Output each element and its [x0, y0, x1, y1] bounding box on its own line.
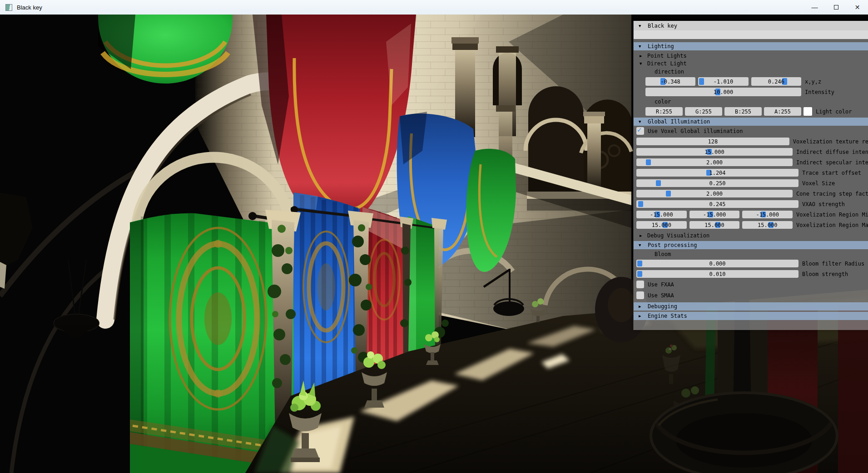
direction-x-slider[interactable]: -0.348 — [645, 77, 695, 86]
color-g-button[interactable]: G:255 — [685, 107, 722, 116]
fxaa-checkbox[interactable] — [636, 281, 644, 288]
expand-triangle-icon: ▶ — [639, 304, 644, 309]
axis-label: x,y,z — [805, 79, 821, 85]
window-controls: — ✕ — [804, 0, 868, 15]
gi-row-cone-step: 2.000 Cone tracing step fact — [634, 190, 868, 197]
section-header-engine-stats[interactable]: ▶ Engine Stats — [634, 312, 868, 320]
section-header-debugging[interactable]: ▶ Debugging — [634, 302, 868, 310]
bloom-radius-slider[interactable]: 0.000 — [636, 260, 799, 267]
color-a-button[interactable]: A:255 — [764, 107, 801, 116]
bloom-radius-row: 0.000 Bloom filter Radius — [634, 260, 868, 267]
slider-handle[interactable] — [637, 271, 642, 277]
window-title: Black key — [17, 4, 42, 11]
vxao-strength-slider[interactable]: 0.245 — [636, 200, 799, 208]
gi-row-trace-offset: 1.204 Trace start offset — [634, 169, 868, 177]
smaa-checkbox[interactable] — [636, 291, 644, 299]
voxel-gi-checkbox[interactable]: ✓ — [636, 127, 644, 135]
region-min-y-slider[interactable]: -15.000 — [689, 211, 740, 218]
app-window: Black key — ✕ — [0, 0, 868, 473]
collapse-triangle-icon: ▼ — [639, 119, 644, 124]
bloom-label: Bloom — [655, 251, 868, 258]
tree-item-debug-visualization[interactable]: ▶ Debug Visualization — [634, 232, 868, 239]
slider-handle[interactable] — [699, 78, 704, 85]
bloom-strength-slider[interactable]: 0.010 — [636, 270, 799, 278]
color-r-button[interactable]: R:255 — [645, 107, 683, 116]
cone-step-slider[interactable]: 2.000 — [636, 190, 793, 197]
gi-row-indirect-diffuse: 15.000 Indirect diffuse inten — [634, 148, 868, 156]
panel-gap — [634, 39, 868, 42]
slider-handle[interactable] — [646, 159, 651, 165]
expand-triangle-icon: ▶ — [639, 314, 644, 318]
section-header-post-processing[interactable]: ▼ Post processing — [634, 241, 868, 249]
voxel-texture-slider[interactable]: 128 — [636, 138, 789, 145]
fxaa-checkbox-row: Use FXAA — [634, 281, 868, 288]
panel-title: Black key — [648, 23, 677, 29]
intensity-slider[interactable]: 10.000 — [645, 88, 801, 96]
app-icon — [5, 4, 12, 11]
tree-item-point-lights[interactable]: ▶ Point Lights — [634, 52, 868, 59]
collapse-triangle-icon: ▼ — [639, 44, 644, 49]
maximize-button[interactable] — [825, 0, 847, 15]
close-button[interactable]: ✕ — [847, 0, 868, 15]
maximize-icon — [834, 5, 838, 10]
checkmark-icon: ✓ — [637, 125, 642, 134]
region-max-row: 15.000 15.000 15.000 Voxelization Region… — [634, 221, 868, 229]
light-color-swatch[interactable] — [804, 107, 812, 116]
color-label: color — [655, 98, 868, 105]
indirect-specular-slider[interactable]: 2.000 — [636, 158, 793, 166]
titlebar[interactable]: Black key — ✕ — [0, 0, 868, 15]
section-header-lighting[interactable]: ▼ Lighting — [634, 42, 868, 50]
collapse-triangle-icon: ▼ — [639, 24, 644, 28]
expand-triangle-icon: ▶ — [640, 233, 645, 238]
slider-handle[interactable] — [656, 180, 661, 186]
collapse-triangle-icon: ▼ — [640, 61, 645, 66]
panel-titlebar[interactable]: ▼ Black key — [634, 21, 868, 30]
expand-triangle-icon: ▶ — [640, 54, 645, 58]
region-min-x-slider[interactable]: -15.000 — [636, 211, 687, 218]
direction-label: direction — [655, 68, 868, 75]
trace-offset-slider[interactable]: 1.204 — [636, 169, 799, 177]
panel-status-strip — [634, 30, 868, 39]
light-color-row: R:255 G:255 B:255 A:255 Light color — [634, 107, 868, 116]
region-min-z-slider[interactable]: -15.000 — [742, 211, 793, 218]
voxel-size-slider[interactable]: 0.250 — [636, 179, 799, 187]
collapse-triangle-icon: ▼ — [639, 243, 644, 247]
region-max-x-slider[interactable]: 15.000 — [636, 221, 687, 229]
color-b-button[interactable]: B:255 — [724, 107, 762, 116]
minimize-icon: — — [812, 4, 818, 11]
slider-handle[interactable] — [638, 201, 643, 207]
gi-row-voxel-texture: 128 Voxelization texture re — [634, 138, 868, 145]
close-icon: ✕ — [855, 4, 860, 11]
voxel-gi-checkbox-row: ✓ Use Voxel Global illumination — [634, 127, 868, 135]
gi-row-voxel-size: 0.250 Voxel Size — [634, 179, 868, 187]
direction-z-slider[interactable]: 0.246 — [751, 77, 801, 86]
minimize-button[interactable]: — — [804, 0, 825, 15]
smaa-checkbox-row: Use SMAA — [634, 291, 868, 299]
tree-item-direct-light[interactable]: ▼ Direct Light — [634, 59, 868, 67]
slider-handle[interactable] — [666, 191, 671, 197]
region-min-row: -15.000 -15.000 -15.000 Voxelization Reg… — [634, 211, 868, 218]
slider-handle[interactable] — [637, 261, 642, 266]
section-header-global-illumination[interactable]: ▼ Global Illumination — [634, 118, 868, 126]
region-max-y-slider[interactable]: 15.000 — [689, 221, 740, 229]
gi-row-indirect-specular: 2.000 Indirect specular inte — [634, 158, 868, 166]
intensity-row: 10.000 Intensity — [634, 88, 868, 96]
direction-row: -0.348 -1.010 0.246 x,y,z — [634, 77, 868, 86]
bloom-strength-row: 0.010 Bloom strength — [634, 270, 868, 278]
gi-row-vxao: 0.245 VXAO strength — [634, 200, 868, 208]
direction-y-slider[interactable]: -1.010 — [698, 77, 748, 86]
tweakbar-panel: ▼ Black key ▼ Lighting ▶ Point Lights ▼ … — [633, 21, 868, 330]
lion-relief-face — [608, 288, 635, 322]
indirect-diffuse-slider[interactable]: 15.000 — [636, 148, 793, 156]
region-max-z-slider[interactable]: 15.000 — [742, 221, 793, 229]
